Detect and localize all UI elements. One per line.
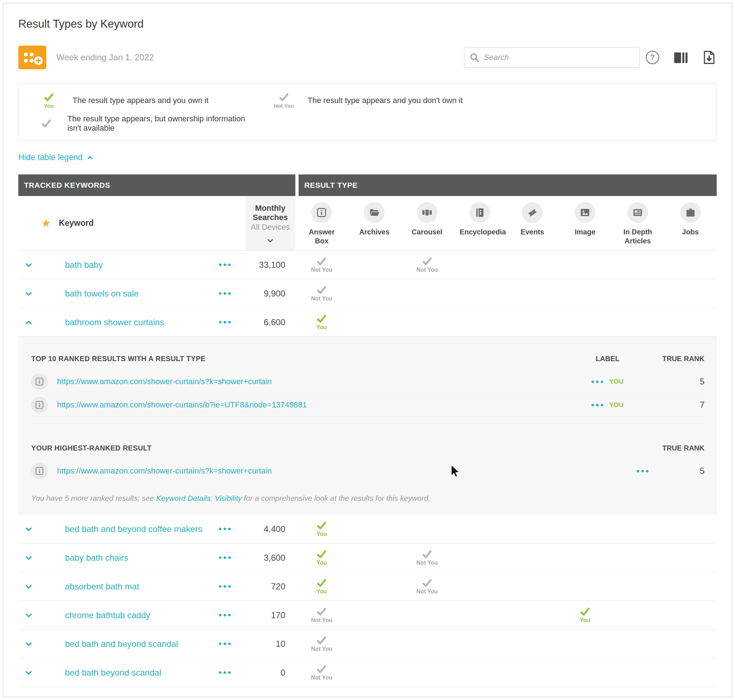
expand-row-icon[interactable] (24, 289, 33, 298)
download-icon[interactable] (702, 50, 717, 65)
expand-row-icon[interactable] (24, 610, 33, 620)
true-rank-value: 5 (651, 466, 704, 476)
legend-item-owned: You The result type appears and you own … (19, 90, 254, 110)
owned-check-icon (316, 549, 328, 559)
keyword-link[interactable]: bath towels on sale (65, 288, 138, 299)
not-owned-check-icon (316, 664, 328, 674)
result-cell-empty (559, 279, 612, 307)
keyword-link[interactable]: bed bath beyond scandal (65, 668, 161, 678)
keyword-row: chrome bathtub caddy170Not YouYou (18, 601, 717, 629)
result-type-label: Jobs (682, 228, 699, 237)
archives-icon (364, 202, 385, 223)
star-icon[interactable]: ★ (41, 218, 51, 229)
highest-ranked-title: YOUR HIGHEST-RANKED RESULT (31, 444, 651, 452)
result-type-label: Answer Box (301, 228, 342, 246)
ownership-label: Not You (416, 560, 438, 566)
result-cell: Not You (295, 279, 348, 307)
result-menu-icon[interactable] (591, 404, 603, 406)
search-box (464, 47, 640, 68)
keyword-link[interactable]: absorbent bath mat (65, 582, 139, 591)
keyword-details-visibility-link[interactable]: Keyword Details: Visibility (156, 494, 242, 502)
help-icon[interactable] (645, 51, 659, 64)
result-cell-empty (453, 544, 506, 572)
row-menu-icon[interactable] (219, 528, 231, 530)
result-menu-icon[interactable] (591, 381, 603, 383)
result-cell: Not You (401, 544, 454, 572)
ownership-label: You (580, 617, 590, 624)
row-menu-icon[interactable] (219, 321, 231, 324)
row-menu-icon[interactable] (219, 292, 231, 295)
result-url-link[interactable]: https://www.amazon.com/shower-curtains/b… (57, 400, 564, 410)
date-range-label: Week ending Jan 1, 2022 (56, 52, 154, 62)
row-menu-icon[interactable] (219, 671, 231, 674)
result-type-headers: Answer BoxArchivesCarouselEncyclopediaEv… (295, 196, 717, 250)
keyword-rows-top: bath baby33,100Not YouNot Youbath towels… (18, 251, 717, 337)
expand-row-icon[interactable] (24, 260, 33, 270)
ranked-result-row: https://www.amazon.com/shower-curtain/s?… (31, 370, 704, 393)
result-cell-empty (612, 279, 664, 307)
result-url-link[interactable]: https://www.amazon.com/shower-curtain/s?… (57, 466, 564, 476)
keyword-link[interactable]: chrome bathtub caddy (65, 610, 150, 620)
result-url-link[interactable]: https://www.amazon.com/shower-curtain/s?… (57, 377, 564, 386)
result-menu-icon[interactable] (637, 470, 648, 472)
row-menu-icon[interactable] (219, 614, 231, 616)
table-legend: You The result type appears and you own … (18, 83, 717, 141)
result-cell-empty (506, 544, 559, 572)
row-menu-icon[interactable] (219, 585, 231, 588)
serp-feature-icon (31, 374, 48, 390)
result-cell-empty (664, 629, 717, 658)
result-cell-empty (348, 629, 401, 658)
legend-item-unknown: The result type appears, but ownership i… (19, 113, 254, 134)
you-label: YOU (609, 401, 624, 409)
search-input[interactable] (484, 53, 635, 62)
result-cell-empty (506, 601, 559, 629)
result-type-column-encyclopedia: Encyclopedia (453, 196, 506, 250)
expanded-keyword-panel: TOP 10 RANKED RESULTS WITH A RESULT TYPE… (18, 337, 717, 515)
toolbar: Week ending Jan 1, 2022 (18, 46, 717, 69)
result-cell-empty (559, 251, 612, 279)
owned-check-icon (316, 314, 328, 324)
result-cell-empty (664, 601, 717, 629)
carousel-icon (417, 202, 438, 223)
expand-row-icon[interactable] (24, 553, 33, 563)
columns-icon[interactable] (673, 50, 688, 65)
not-owned-check-icon (421, 256, 433, 266)
expand-row-icon[interactable] (24, 525, 33, 534)
result-cell: You (295, 544, 348, 572)
result-cell: Not You (295, 629, 348, 658)
result-cell: Not You (401, 572, 454, 601)
result-type-column-jobs: Jobs (664, 196, 717, 250)
expand-row-icon[interactable] (24, 639, 33, 649)
keyword-link[interactable]: baby bath chairs (65, 553, 128, 563)
tracked-keywords-header: TRACKED KEYWORDS (18, 175, 295, 196)
hide-table-legend-link[interactable]: Hide table legend (18, 153, 94, 162)
monthly-searches-value: 170 (245, 601, 295, 629)
keyword-link[interactable]: bed bath and beyond scandal (65, 639, 178, 649)
keyword-row: bath baby33,100Not YouNot You (18, 251, 717, 279)
keyword-link[interactable]: bed bath and beyond coffee makers (65, 524, 203, 534)
result-cell-empty (612, 308, 664, 336)
result-cell-empty (401, 515, 454, 543)
result-cell-empty (401, 279, 454, 307)
result-cell-empty (612, 601, 664, 629)
expand-row-icon[interactable] (24, 668, 33, 677)
true-rank-column-header: TRUE RANK (651, 444, 704, 452)
keyword-link[interactable]: bath baby (65, 260, 103, 270)
result-cell-empty (453, 601, 506, 629)
result-type-label: Carousel (412, 228, 442, 237)
row-menu-icon[interactable] (219, 556, 231, 559)
ownership-label: Not You (416, 267, 438, 273)
result-cell: You (295, 515, 348, 543)
keyword-row: bathroom shower curtains6,600You (18, 308, 717, 337)
result-cell-empty (348, 308, 401, 336)
keyword-link[interactable]: bathroom shower curtains (65, 317, 164, 327)
sort-descending-icon[interactable] (265, 236, 275, 245)
result-cell-empty (401, 308, 454, 336)
unknown-check-icon (40, 118, 52, 128)
page-title: Result Types by Keyword (18, 18, 717, 31)
row-menu-icon[interactable] (219, 263, 231, 266)
collapse-row-icon[interactable] (24, 318, 33, 327)
not-owned-check-icon (316, 635, 328, 646)
row-menu-icon[interactable] (219, 643, 231, 645)
expand-row-icon[interactable] (24, 582, 33, 591)
